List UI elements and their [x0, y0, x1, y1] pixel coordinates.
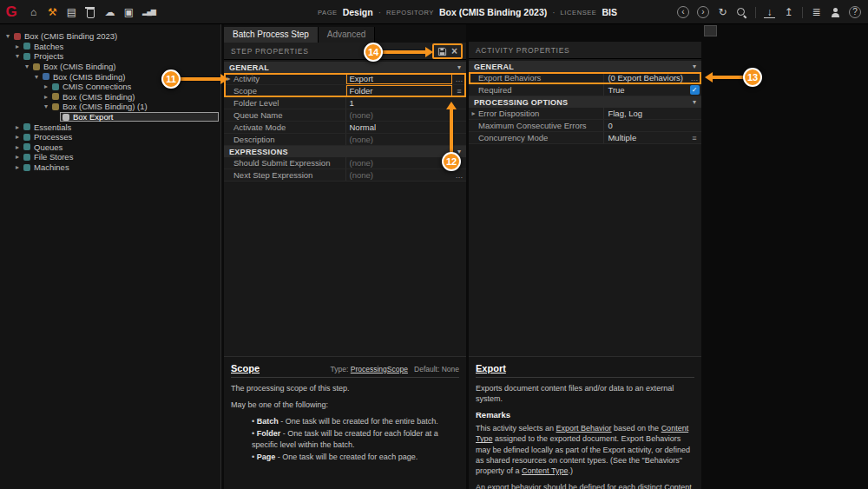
- tree-item-label: CMIS Connections: [62, 82, 131, 91]
- chevron-down-icon[interactable]: ▾: [457, 63, 461, 71]
- tree-item[interactable]: ▾Projects: [0, 51, 220, 62]
- property-row[interactable]: ▸Error DispositionFlag, Log: [469, 108, 701, 120]
- section-header[interactable]: GENERAL▾: [469, 61, 701, 72]
- section-header[interactable]: GENERAL▾: [224, 62, 466, 73]
- property-label-text: Description: [233, 135, 275, 144]
- separator-dot: ·: [378, 8, 381, 17]
- menu-button[interactable]: ≡: [452, 85, 466, 96]
- expand-icon[interactable]: ▸: [13, 123, 22, 131]
- property-value[interactable]: (0 Export Behaviors): [603, 72, 687, 83]
- property-row[interactable]: Next Step Expression(none)…: [224, 169, 466, 182]
- property-row[interactable]: Description(none): [224, 134, 466, 146]
- upload-icon[interactable]: ↥: [783, 6, 794, 18]
- property-row[interactable]: Should Submit Expression(none): [224, 157, 466, 169]
- section-header[interactable]: PROCESSING OPTIONS▾: [469, 96, 701, 108]
- tree-item[interactable]: ▸Processes: [0, 132, 220, 142]
- property-row[interactable]: ScopeFolder≡: [224, 85, 466, 97]
- collapse-icon[interactable]: ▾: [42, 102, 50, 110]
- tree-item-label: Box (CMIS Binding): [53, 72, 125, 82]
- collapse-icon[interactable]: ▾: [23, 63, 31, 70]
- property-value[interactable]: (none): [345, 134, 453, 145]
- tree-item[interactable]: ▸CMIS Connections: [0, 82, 220, 92]
- property-row[interactable]: Export Behaviors(0 Export Behaviors)…: [469, 72, 701, 84]
- property-value[interactable]: Folder: [345, 85, 453, 96]
- property-row[interactable]: Folder Level1: [224, 97, 466, 109]
- search-icon[interactable]: [736, 7, 747, 18]
- property-value[interactable]: (none): [345, 157, 453, 169]
- cloud-icon[interactable]: ☁: [104, 6, 115, 18]
- help-link[interactable]: Export Behavior: [556, 424, 612, 433]
- tree-item[interactable]: ▸Batches: [0, 42, 220, 52]
- activity-help-pane: Export Exports document content files an…: [469, 356, 701, 489]
- export-folder-icon[interactable]: ▣: [123, 6, 135, 18]
- property-value[interactable]: Normal: [345, 122, 453, 133]
- nav-forward-icon[interactable]: ›: [697, 6, 709, 18]
- close-icon[interactable]: ×: [451, 46, 457, 56]
- property-row[interactable]: RequiredTrue✓: [469, 84, 701, 96]
- property-value[interactable]: 0: [603, 120, 687, 131]
- collapsed-scrollbar-handle[interactable]: [704, 25, 717, 36]
- property-row[interactable]: Concurrency ModeMultiple≡: [469, 132, 701, 144]
- property-row[interactable]: ▸ActivityExport…: [224, 73, 466, 85]
- property-value[interactable]: 1: [345, 97, 453, 109]
- stats-icon[interactable]: ▂▄▆: [142, 6, 155, 18]
- tree-item[interactable]: ▸Queues: [0, 142, 220, 153]
- property-value[interactable]: Export: [345, 73, 453, 84]
- property-value[interactable]: (none): [345, 109, 453, 121]
- refresh-icon[interactable]: ↻: [717, 6, 728, 18]
- chevron-down-icon[interactable]: ▾: [693, 63, 696, 70]
- property-row[interactable]: Activate ModeNormal: [224, 122, 466, 134]
- expand-icon[interactable]: ▸: [13, 163, 22, 171]
- tree-item[interactable]: ▾Box (CMIS Binding): [0, 62, 220, 72]
- ellipsis-button[interactable]: …: [452, 169, 466, 181]
- property-value[interactable]: (none): [345, 169, 453, 181]
- property-value[interactable]: Multiple: [603, 132, 687, 143]
- checkbox-checked[interactable]: ✓: [690, 85, 700, 95]
- property-row[interactable]: Maximum Consecutive Errors0: [469, 120, 701, 132]
- expand-icon[interactable]: ▸: [42, 83, 50, 90]
- expand-icon[interactable]: ▸: [13, 43, 22, 50]
- download-icon[interactable]: ↓: [764, 7, 775, 18]
- expand-icon[interactable]: ▸: [42, 93, 50, 101]
- collapse-icon[interactable]: ▾: [3, 32, 12, 40]
- help-link[interactable]: Content Type: [522, 466, 568, 475]
- tree-item[interactable]: ▸Machines: [0, 162, 220, 173]
- collapse-icon[interactable]: ▾: [32, 73, 41, 81]
- repository-value[interactable]: Box (CMIS Binding 2023): [439, 7, 547, 17]
- cell-spacer: [687, 108, 701, 119]
- tools-icon[interactable]: ⚒: [47, 6, 58, 18]
- property-row[interactable]: Queue Name(none): [224, 109, 466, 122]
- type-link[interactable]: ProcessingScope: [351, 365, 408, 373]
- tree-item[interactable]: ▸Essentials: [0, 122, 220, 132]
- tree-item[interactable]: ▾Box (CMIS Binding) (1): [0, 102, 220, 112]
- nav-back-icon[interactable]: ‹: [677, 6, 689, 18]
- batches-icon[interactable]: ▤: [66, 6, 77, 18]
- expand-icon[interactable]: ▸: [13, 133, 22, 141]
- tree-item[interactable]: ▸File Stores: [0, 152, 220, 162]
- home-icon[interactable]: ⌂: [28, 6, 39, 18]
- help-icon[interactable]: ?: [849, 6, 861, 18]
- property-value[interactable]: True: [603, 84, 687, 96]
- user-icon[interactable]: [830, 7, 841, 18]
- expand-icon[interactable]: ▸: [13, 143, 22, 151]
- expand-icon[interactable]: ▸: [469, 109, 478, 117]
- menu-button[interactable]: ≡: [687, 132, 701, 143]
- tree-item[interactable]: Box Export: [0, 112, 220, 122]
- help-link[interactable]: Content Type: [476, 483, 692, 489]
- save-icon[interactable]: [437, 47, 447, 56]
- tab-batch-process-step[interactable]: Batch Process Step: [224, 27, 319, 43]
- ellipsis-button[interactable]: …: [452, 73, 466, 84]
- section-header[interactable]: EXPRESSIONS▾: [224, 146, 466, 157]
- page-value[interactable]: Design: [343, 7, 373, 17]
- tree-item[interactable]: ▸Box (CMIS Binding): [0, 92, 220, 102]
- chevron-down-icon[interactable]: ▾: [693, 98, 696, 106]
- collapse-icon[interactable]: ▾: [13, 52, 22, 60]
- property-value[interactable]: Flag, Log: [603, 108, 687, 119]
- stack-icon[interactable]: ≣: [811, 6, 822, 18]
- ellipsis-button[interactable]: …: [687, 72, 701, 83]
- trash-icon[interactable]: [85, 6, 96, 17]
- tree-item[interactable]: ▾Box (CMIS Binding 2023): [0, 31, 220, 42]
- tab-advanced[interactable]: Advanced: [319, 27, 375, 43]
- expand-icon[interactable]: ▸: [13, 153, 22, 161]
- app-logo[interactable]: G: [0, 0, 23, 24]
